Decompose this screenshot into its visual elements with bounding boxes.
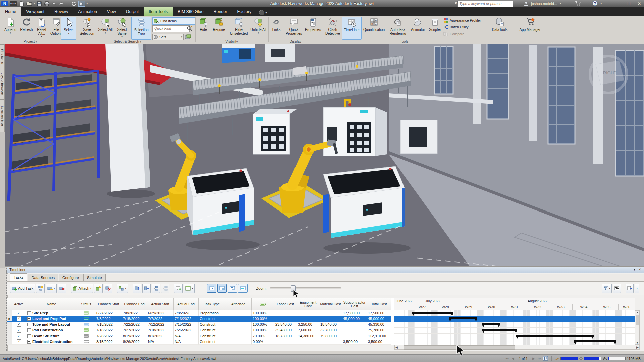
tab-view[interactable]: View: [102, 7, 121, 16]
task-row-3[interactable]: ✓Tube and Pipe Layout7/18/20227/22/20227…: [7, 322, 391, 327]
quantification-button[interactable]: +−×= Quantification: [362, 17, 386, 39]
cell-active[interactable]: ✓: [12, 333, 26, 339]
panel-menu-icon[interactable]: ▾: [632, 267, 637, 272]
tab-output[interactable]: Output: [121, 7, 144, 16]
gantt-bar[interactable]: [412, 312, 453, 314]
first-sheet-icon[interactable]: ⏮: [506, 357, 509, 361]
properties-button[interactable]: Properties: [305, 17, 321, 39]
view-gantt-button[interactable]: [228, 284, 237, 293]
require-button[interactable]: Require: [211, 17, 227, 39]
timeliner-button[interactable]: TimeLiner: [342, 17, 362, 40]
minimize-button[interactable]: ─: [614, 1, 622, 7]
sidebar-tab-selection-tree[interactable]: Selection Tree: [0, 99, 5, 132]
sidebar-tab-layout-browser[interactable]: Layout Browser: [0, 67, 5, 101]
open-dropdown-icon[interactable]: ▾: [34, 2, 35, 5]
visibility-group-label[interactable]: Visibility: [196, 39, 268, 43]
viewport-3d-scene[interactable]: RIGHT: [5, 44, 644, 268]
tab-animation[interactable]: Animation: [73, 7, 102, 16]
select-all-button[interactable]: Select All▾: [98, 17, 113, 39]
column-header-planned_start[interactable]: Planned Start: [95, 298, 122, 310]
task-row-6[interactable]: ✓Electrical Construction8/15/20228/26/20…: [7, 339, 391, 345]
cell-active[interactable]: ✓: [12, 310, 26, 316]
undo-icon[interactable]: [51, 1, 57, 6]
column-header-active[interactable]: Active: [12, 298, 26, 310]
column-header-task_type[interactable]: Task Type: [199, 298, 225, 310]
gantt-bar[interactable]: [516, 335, 594, 337]
gantt-view-button[interactable]: [613, 284, 621, 293]
column-header-labor_cost[interactable]: Labor Cost: [274, 298, 297, 310]
expand-icon[interactable]: [27, 328, 31, 332]
select-button[interactable]: Select▾: [61, 17, 76, 40]
cell-active[interactable]: ✓: [12, 322, 26, 327]
add-task-button[interactable]: Add Task: [10, 284, 35, 293]
active-checkbox[interactable]: ✓: [17, 334, 21, 338]
timeliner-tab-configure[interactable]: Configure: [59, 274, 83, 281]
column-header-subcontractor_cost[interactable]: Subcontractor Cost: [342, 298, 367, 310]
autodesk-rendering-button[interactable]: Autodesk Rendering: [387, 17, 409, 39]
move-down-button[interactable]: [142, 284, 151, 293]
gantt-bar[interactable]: [574, 340, 616, 342]
user-dropdown-icon[interactable]: ▾: [560, 2, 561, 5]
cnc-machine-left[interactable]: [253, 109, 297, 154]
quick-properties-button[interactable]: Quick Properties: [284, 17, 304, 39]
sidebar-tab-find-items[interactable]: Find Items: [0, 44, 5, 68]
column-header-total_cost[interactable]: Total Cost: [367, 298, 391, 310]
active-checkbox[interactable]: ✓: [17, 328, 21, 333]
cell-active[interactable]: ✓: [12, 327, 26, 333]
ribbon-display-options[interactable]: ▾: [259, 9, 269, 16]
manage-sets-icon[interactable]: [185, 34, 191, 40]
prev-sheet-icon[interactable]: ◀: [512, 357, 514, 360]
scroll-left-icon[interactable]: ◀: [395, 346, 398, 349]
print-icon[interactable]: [44, 1, 50, 6]
task-row-5[interactable]: ✓Beam Structure7/28/20228/19/20228/1/202…: [7, 333, 391, 339]
animator-button[interactable]: Animator: [409, 17, 427, 39]
refresh-button[interactable]: Refresh: [19, 17, 34, 39]
move-up-button[interactable]: [133, 284, 141, 293]
task-row-4[interactable]: ✓Pad Construction7/18/20227/27/20227/18/…: [7, 327, 391, 333]
export-schedule-button[interactable]: [626, 284, 634, 293]
insert-task-button[interactable]: [36, 284, 45, 293]
column-header-progress[interactable]: [252, 298, 274, 310]
project-group-label[interactable]: Project: [23, 39, 35, 43]
scroll-right-icon[interactable]: ▶: [636, 346, 639, 349]
cell-active[interactable]: ✓: [12, 339, 26, 345]
restore-button[interactable]: ❐: [625, 1, 633, 7]
refresh-qat-icon[interactable]: [71, 1, 77, 6]
outdent-button[interactable]: [161, 284, 169, 293]
gantt-chart[interactable]: June 2022July 2022August 2022W27W28W29W3…: [394, 298, 635, 345]
cell-active[interactable]: ✓: [12, 316, 26, 322]
gantt-hscrollbar[interactable]: ◀ ▶: [394, 345, 640, 350]
select-cursor-qat-icon[interactable]: [78, 1, 85, 7]
column-header-attached[interactable]: Attached: [225, 298, 252, 310]
active-checkbox[interactable]: ✓: [17, 339, 21, 344]
tab-bim-360-glue[interactable]: BIM 360 Glue: [173, 7, 208, 16]
expand-icon[interactable]: [27, 323, 31, 326]
datatools-button[interactable]: DataTools: [489, 17, 511, 39]
indent-button[interactable]: [152, 284, 160, 293]
column-header-name[interactable]: Name: [26, 298, 77, 310]
cnc-machine-right[interactable]: [323, 100, 387, 156]
add-comment-button[interactable]: [174, 284, 183, 293]
gantt-options-button[interactable]: ▾: [602, 284, 612, 293]
tools-group-label[interactable]: Tools: [323, 39, 485, 43]
selection-tree-button[interactable]: Selection Tree: [131, 17, 151, 40]
help-dropdown-icon[interactable]: ▾: [600, 2, 602, 5]
clash-detective-button[interactable]: Clash Detective: [324, 17, 341, 39]
quick-find-input[interactable]: Quick Find: [152, 25, 190, 32]
view-gantt-only-button[interactable]: [238, 284, 248, 293]
next-sheet-icon[interactable]: ▶: [532, 357, 535, 360]
search-input[interactable]: Type a keyword or phrase: [457, 1, 513, 7]
timeliner-tab-data-sources[interactable]: Data Sources: [28, 274, 58, 281]
tab-home[interactable]: Home: [0, 7, 21, 16]
navisworks-logo-icon[interactable]: N: [1, 1, 8, 6]
scripter-button[interactable]: Scripter: [427, 17, 443, 39]
save-icon[interactable]: [37, 1, 42, 6]
save-selection-button[interactable]: Save Selection: [76, 17, 97, 39]
select-same-button[interactable]: Select Same▾: [113, 17, 131, 39]
task-row-1[interactable]: ✓Site Prep6/27/20227/8/20226/29/20227/8/…: [7, 310, 391, 316]
display-group-label[interactable]: Display: [269, 39, 322, 43]
column-header-actual_end[interactable]: Actual End: [174, 298, 199, 310]
app-manager-button[interactable]: App Manager: [518, 17, 542, 39]
tab-item-tools[interactable]: Item Tools: [144, 7, 173, 16]
new-file-icon[interactable]: [19, 1, 24, 6]
